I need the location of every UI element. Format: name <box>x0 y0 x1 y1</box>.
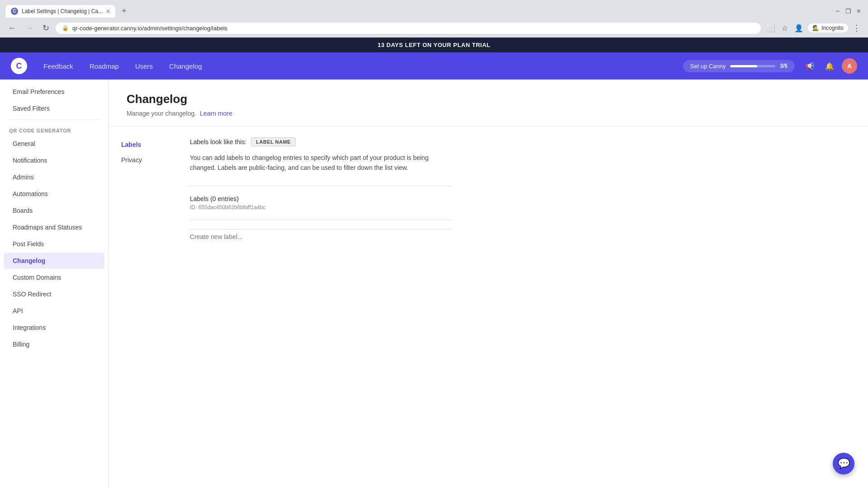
content-header: Changelog Manage your changelog. Learn m… <box>108 80 868 127</box>
sidebar-item-billing[interactable]: Billing <box>4 336 104 352</box>
label-preview-row: Labels look like this: LABEL NAME <box>190 137 850 146</box>
sidebar-item-general[interactable]: General <box>4 136 104 152</box>
sidebar-label-billing: Billing <box>13 341 29 348</box>
content-subtitle: Manage your changelog. Learn more <box>127 110 850 117</box>
avatar[interactable]: A <box>842 58 857 74</box>
lock-icon: 🔒 <box>62 25 69 31</box>
preview-text: Labels look like this: <box>190 138 246 145</box>
setup-fraction: 3/5 <box>780 63 788 69</box>
incognito-icon: 🕵️ <box>812 25 819 31</box>
address-bar[interactable]: 🔒 qr-code-generator.canny.io/admin/setti… <box>56 23 761 34</box>
browser-chrome: C Label Settings | Changelog | Ca... × +… <box>0 0 868 38</box>
inner-nav-labels[interactable]: Labels <box>116 137 172 152</box>
minimize-button[interactable]: − <box>835 7 840 15</box>
trial-banner: 13 DAYS LEFT ON YOUR PLAN TRIAL <box>0 38 868 52</box>
nav-link-feedback[interactable]: Feedback <box>36 59 80 74</box>
sidebar-label-general: General <box>13 140 35 147</box>
sidebar-item-custom-domains[interactable]: Custom Domains <box>4 269 104 286</box>
nav-link-changelog[interactable]: Changelog <box>162 59 209 74</box>
nav-link-users[interactable]: Users <box>128 59 160 74</box>
incognito-badge: 🕵️ Incognito <box>808 23 848 33</box>
broadcast-icon[interactable]: 📢 <box>802 58 817 74</box>
labels-section-header: Labels (0 entries) <box>190 195 850 202</box>
top-nav-icons: 📢 🔔 A <box>802 58 857 74</box>
labels-id: ID: 655dac450b62b6bfaff1a4bc <box>190 204 850 211</box>
cast-icon[interactable]: ⬜ <box>764 22 777 34</box>
setup-canny-widget[interactable]: Set up Canny 3/5 <box>683 60 795 72</box>
label-badge-example: LABEL NAME <box>251 137 296 146</box>
nav-link-roadmap[interactable]: Roadmap <box>82 59 126 74</box>
sidebar-label-automations: Automations <box>13 190 48 197</box>
sidebar-label-boards: Boards <box>13 207 33 214</box>
sidebar-item-email-preferences[interactable]: Email Preferences <box>4 84 104 100</box>
page-title: Changelog <box>127 92 850 106</box>
labels-divider <box>190 186 452 186</box>
sidebar: Email Preferences Saved Filters QR CODE … <box>0 80 108 488</box>
chat-button[interactable]: 💬 <box>833 453 854 474</box>
sidebar-label-notifications: Notifications <box>13 157 47 164</box>
inner-sidebar: Labels Privacy <box>108 127 172 255</box>
content-area: Changelog Manage your changelog. Learn m… <box>108 80 868 488</box>
refresh-button[interactable]: ↻ <box>40 21 52 35</box>
sidebar-item-api[interactable]: API <box>4 303 104 319</box>
sidebar-item-saved-filters[interactable]: Saved Filters <box>4 100 104 117</box>
main-layout: Email Preferences Saved Filters QR CODE … <box>0 80 868 488</box>
sidebar-item-admins[interactable]: Admins <box>4 169 104 185</box>
sidebar-label-roadmaps: Roadmaps and Statuses <box>13 224 82 231</box>
sidebar-label-admins: Admins <box>13 174 34 181</box>
trial-banner-text: 13 DAYS LEFT ON YOUR PLAN TRIAL <box>377 42 491 48</box>
inner-nav-privacy[interactable]: Privacy <box>116 153 172 167</box>
create-label-input[interactable] <box>190 229 452 244</box>
setup-canny-label: Set up Canny <box>690 63 726 70</box>
top-nav-links: Feedback Roadmap Users Changelog <box>36 59 209 74</box>
browser-nav-bar: ← → ↻ 🔒 qr-code-generator.canny.io/admin… <box>0 19 868 38</box>
sidebar-item-boards[interactable]: Boards <box>4 202 104 219</box>
setup-progress-fill <box>730 65 757 67</box>
sidebar-item-roadmaps[interactable]: Roadmaps and Statuses <box>4 219 104 235</box>
sidebar-divider <box>7 119 101 120</box>
subtitle-text: Manage your changelog. <box>127 110 196 117</box>
sidebar-label-post-fields: Post Fields <box>13 240 44 248</box>
sidebar-label-saved-filters: Saved Filters <box>13 105 50 112</box>
sidebar-item-automations[interactable]: Automations <box>4 186 104 202</box>
sidebar-item-sso-redirect[interactable]: SSO Redirect <box>4 286 104 302</box>
label-description: Labels look like this: LABEL NAME You ca… <box>190 137 850 173</box>
tab-close-button[interactable]: × <box>106 8 110 15</box>
sidebar-label-sso-redirect: SSO Redirect <box>13 291 52 298</box>
inner-layout: Labels Privacy Labels look like this: LA… <box>108 127 868 255</box>
canny-logo[interactable]: C <box>11 58 27 74</box>
sidebar-label-changelog: Changelog <box>13 257 45 264</box>
labels-content: Labels look like this: LABEL NAME You ca… <box>172 127 868 255</box>
sidebar-label-api: API <box>13 307 23 314</box>
bell-icon[interactable]: 🔔 <box>822 58 837 74</box>
sidebar-section-label: QR CODE GENERATOR <box>0 123 108 135</box>
tab-favicon: C <box>11 8 18 15</box>
top-nav: C Feedback Roadmap Users Changelog Set u… <box>0 52 868 80</box>
learn-more-link[interactable]: Learn more <box>200 110 232 117</box>
create-label-divider <box>190 220 452 220</box>
profile-icon[interactable]: 👤 <box>793 22 805 34</box>
menu-icon[interactable]: ⋮ <box>851 21 863 35</box>
browser-title-bar: C Label Settings | Changelog | Ca... × +… <box>0 0 868 19</box>
setup-progress-bar <box>730 65 775 67</box>
back-button[interactable]: ← <box>5 22 19 35</box>
new-tab-button[interactable]: + <box>119 4 129 19</box>
sidebar-label-custom-domains: Custom Domains <box>13 274 61 281</box>
sidebar-item-integrations[interactable]: Integrations <box>4 319 104 336</box>
close-button[interactable]: × <box>857 7 861 15</box>
bookmark-icon[interactable]: ☆ <box>780 22 790 34</box>
browser-tab[interactable]: C Label Settings | Changelog | Ca... × <box>5 5 115 18</box>
sidebar-item-notifications[interactable]: Notifications <box>4 152 104 169</box>
incognito-label: Incognito <box>821 25 844 31</box>
address-text: qr-code-generator.canny.io/admin/setting… <box>72 25 227 32</box>
maximize-button[interactable]: ❐ <box>845 7 851 15</box>
sidebar-label-integrations: Integrations <box>13 324 46 331</box>
label-body-text: You can add labels to changelog entries … <box>190 153 452 173</box>
browser-nav-right: ⬜ ☆ 👤 🕵️ Incognito ⋮ <box>764 21 863 35</box>
tab-title: Label Settings | Changelog | Ca... <box>22 8 103 14</box>
sidebar-item-post-fields[interactable]: Post Fields <box>4 236 104 252</box>
sidebar-label-email-preferences: Email Preferences <box>13 88 64 95</box>
forward-button[interactable]: → <box>23 22 36 35</box>
sidebar-item-changelog[interactable]: Changelog <box>4 253 104 269</box>
